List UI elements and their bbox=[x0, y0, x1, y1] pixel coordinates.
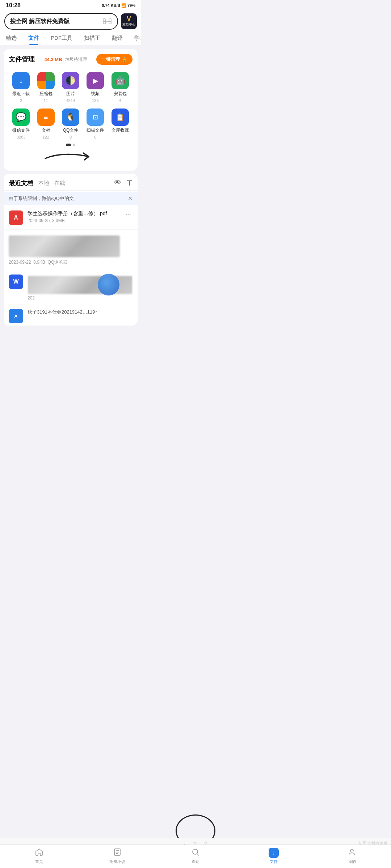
file-item-qq[interactable]: 🐧 QQ文件 0 bbox=[58, 107, 83, 141]
apk-count: 4 bbox=[119, 98, 121, 103]
file-item-wechat[interactable]: 💬 微信文件 8283 bbox=[9, 107, 33, 141]
arrow-annotation bbox=[9, 148, 133, 166]
recent-actions: 👁 ⊤ bbox=[114, 179, 133, 187]
vip-icon: V bbox=[127, 16, 131, 22]
tab-translate[interactable]: 翻译 bbox=[106, 33, 129, 45]
doc-meta-1: 2023-09-25 3.3MB bbox=[28, 218, 120, 223]
doc-info-1: 学生选课操作手册（含重…修）.pdf 2023-09-25 3.3MB bbox=[28, 210, 120, 223]
blue-blob bbox=[98, 274, 119, 295]
clean-button[interactable]: 一键清理 🔒 bbox=[96, 54, 133, 65]
doc-icon: ≡ bbox=[37, 109, 55, 126]
status-bar: 10:28 0.74 KB/S 📶 79% bbox=[0, 0, 141, 10]
qq-count: 0 bbox=[70, 135, 72, 139]
file-item-doc[interactable]: ≡ 文档 122 bbox=[33, 107, 58, 141]
notice-close[interactable]: ✕ bbox=[128, 195, 133, 202]
dot-2 bbox=[73, 144, 75, 146]
doc-count: 122 bbox=[42, 135, 49, 139]
tab-files[interactable]: 文件 bbox=[22, 33, 45, 45]
eye-icon[interactable]: 👁 bbox=[114, 179, 121, 187]
doc-meta-3: 202 bbox=[28, 295, 133, 301]
file-item-apk[interactable]: 🤖 安装包 4 bbox=[108, 71, 133, 104]
tab-pdf[interactable]: PDF工具 bbox=[45, 33, 78, 45]
pdf-icon: A bbox=[9, 210, 23, 225]
doc-thumb-2 bbox=[9, 235, 120, 257]
wechat-label: 微信文件 bbox=[12, 127, 30, 133]
vip-button[interactable]: V 权益中心 bbox=[121, 13, 137, 29]
file-item-library[interactable]: 📋 文库收藏 bbox=[108, 107, 133, 141]
apk-icon: 🤖 bbox=[112, 72, 129, 89]
doc-item-4[interactable]: A 秋子3191本仕券20219142…119↑ bbox=[4, 305, 138, 326]
tab-featured[interactable]: 精选 bbox=[0, 33, 22, 45]
image-count: 4514 bbox=[66, 98, 75, 103]
doc-item-2[interactable]: 2023-09-22 8.9KB QQ浏览器 ··· bbox=[4, 230, 138, 270]
doc-name-4: 秋子3191本仕券20219142…119↑ bbox=[28, 309, 133, 315]
download-icon: ↓ bbox=[12, 72, 30, 89]
notice-bar: 由于系统限制，微信/QQ中的文 ✕ bbox=[4, 192, 138, 205]
dot-1 bbox=[66, 144, 71, 146]
doc-meta-2: 2023-09-22 8.9KB QQ浏览器 bbox=[9, 259, 120, 265]
battery-icon: 79% bbox=[127, 3, 135, 8]
video-icon: ▶ bbox=[87, 72, 104, 89]
apk-label: 安装包 bbox=[114, 91, 127, 97]
doc-label: 文档 bbox=[42, 127, 50, 133]
doc-item-3[interactable]: W 202 ··· bbox=[4, 270, 138, 305]
tab-scan[interactable]: 扫描王 bbox=[78, 33, 106, 45]
vip-label: 权益中心 bbox=[122, 22, 135, 27]
junk-info: 44.3 MB 垃圾待清理 bbox=[44, 56, 87, 63]
file-item-download[interactable]: ↓ 最近下载 2 bbox=[9, 71, 33, 104]
file-item-image[interactable]: 🌓 图片 4514 bbox=[58, 71, 83, 104]
doc-name-1: 学生选课操作手册（含重…修）.pdf bbox=[28, 210, 120, 217]
svg-rect-1 bbox=[109, 19, 111, 21]
download-label: 最近下载 bbox=[12, 91, 30, 97]
scan-file-count: 0 bbox=[94, 135, 96, 139]
compress-label: 压缩包 bbox=[39, 91, 52, 97]
tab-online[interactable]: 在线 bbox=[54, 180, 65, 187]
tab-study[interactable]: 学习资料 bbox=[129, 33, 141, 45]
wechat-icon: 💬 bbox=[12, 109, 30, 126]
doc-more-1[interactable]: ··· bbox=[124, 210, 133, 218]
doc-icon-4: A bbox=[9, 309, 23, 323]
clean-icon: 🔒 bbox=[122, 57, 127, 62]
svg-rect-0 bbox=[103, 19, 105, 21]
word-icon: W bbox=[9, 275, 23, 289]
scan-icon[interactable] bbox=[102, 17, 112, 25]
library-label: 文库收藏 bbox=[112, 127, 129, 133]
search-box[interactable]: 搜全网 解压软件免费版 bbox=[4, 13, 118, 30]
image-label: 图片 bbox=[66, 91, 75, 97]
recent-docs-title: 最近文档 bbox=[9, 179, 33, 187]
clean-label: 一键清理 bbox=[101, 56, 120, 63]
compress-icon bbox=[37, 72, 55, 89]
filter-icon[interactable]: ⊤ bbox=[126, 179, 133, 187]
status-time: 10:28 bbox=[6, 2, 21, 9]
file-item-video[interactable]: ▶ 视频 135 bbox=[83, 71, 108, 104]
file-grid-row1: ↓ 最近下载 2 压缩包 11 🌓 图片 4514 bbox=[9, 71, 133, 104]
tabs-area: 精选 文件 PDF工具 扫描王 翻译 学习资料 bbox=[0, 30, 141, 45]
junk-label: 垃圾待清理 bbox=[65, 56, 87, 63]
junk-size: 44.3 MB bbox=[44, 57, 62, 62]
page-dots bbox=[9, 144, 133, 146]
status-icons: 0.74 KB/S 📶 79% bbox=[102, 3, 135, 8]
svg-rect-2 bbox=[103, 22, 105, 24]
file-manager-card: 文件管理 44.3 MB 垃圾待清理 一键清理 🔒 ↓ 最近下载 2 bbox=[4, 49, 138, 171]
compress-count: 11 bbox=[43, 98, 48, 103]
qq-icon: 🐧 bbox=[62, 109, 79, 126]
recent-docs-card: 最近文档 本地 在线 👁 ⊤ 由于系统限制，微信/QQ中的文 ✕ A 学生选课操… bbox=[4, 174, 138, 326]
file-grid-row2: 💬 微信文件 8283 ≡ 文档 122 🐧 QQ文件 0 bbox=[9, 107, 133, 141]
doc-more-2[interactable]: ··· bbox=[124, 234, 133, 242]
tab-local[interactable]: 本地 bbox=[38, 180, 49, 187]
search-area: 搜全网 解压软件免费版 V 权益中心 bbox=[0, 10, 141, 30]
file-item-scan[interactable]: ⊡ 扫描文件 0 bbox=[83, 107, 108, 141]
recent-docs-header: 最近文档 本地 在线 👁 ⊤ bbox=[4, 174, 138, 191]
search-text: 搜全网 解压软件免费版 bbox=[10, 18, 70, 25]
doc-item-1[interactable]: A 学生选课操作手册（含重…修）.pdf 2023-09-25 3.3MB ··… bbox=[4, 206, 138, 230]
library-icon: 📋 bbox=[112, 109, 129, 126]
signal-icon: 📶 bbox=[121, 3, 126, 8]
image-icon: 🌓 bbox=[62, 72, 79, 89]
doc-more-3[interactable]: ··· bbox=[124, 275, 133, 283]
notice-text: 由于系统限制，微信/QQ中的文 bbox=[9, 195, 74, 202]
qq-label: QQ文件 bbox=[63, 127, 79, 133]
file-item-compress[interactable]: 压缩包 11 bbox=[33, 71, 58, 104]
network-speed: 0.74 KB/S bbox=[102, 3, 120, 8]
file-manager-header: 文件管理 44.3 MB 垃圾待清理 一键清理 🔒 bbox=[9, 54, 133, 65]
file-manager-title: 文件管理 bbox=[9, 55, 35, 64]
